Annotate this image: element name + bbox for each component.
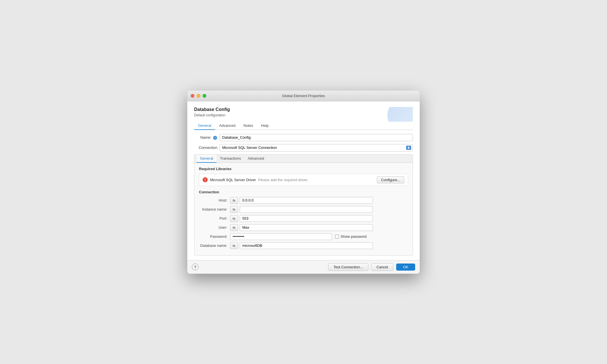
window-title: Global Element Properties	[282, 94, 325, 98]
connection-select-wrapper: Microsoft SQL Server Connection	[220, 144, 413, 151]
footer-right: Test Connection... Cancel OK	[328, 263, 415, 271]
fx-icon: fx	[233, 199, 235, 202]
password-input[interactable]	[230, 233, 332, 240]
connection-select[interactable]: Microsoft SQL Server Connection	[220, 144, 413, 151]
test-connection-button[interactable]: Test Connection...	[328, 263, 368, 271]
port-row: Port: fx	[199, 215, 408, 222]
instance-fx-button[interactable]: fx	[230, 206, 238, 213]
tab-general-outer[interactable]: General	[194, 122, 215, 130]
driver-name-text: Microsoft SQL Server Driver	[210, 178, 256, 182]
cancel-button[interactable]: Cancel	[371, 263, 393, 271]
footer-left: ?	[192, 264, 199, 270]
database-name-input[interactable]	[240, 242, 373, 249]
tab-help-outer[interactable]: Help	[257, 122, 273, 130]
dialog-subtitle: Default configuration	[194, 113, 413, 117]
user-input[interactable]	[240, 224, 373, 231]
name-label: Name: i	[194, 135, 220, 140]
instance-name-label: Instance name:	[199, 207, 230, 211]
header-area: Database Config Default configuration	[194, 107, 413, 122]
instance-name-row: Instance name: fx	[199, 206, 408, 213]
info-icon: i	[213, 136, 217, 140]
minimize-button[interactable]	[197, 94, 200, 98]
tab-advanced-outer[interactable]: Advanced	[215, 122, 239, 130]
show-password-label[interactable]: Show password	[335, 234, 367, 239]
inner-tabs: General Transactions Advanced	[194, 155, 413, 163]
help-button[interactable]: ?	[192, 264, 199, 270]
tab-general-inner[interactable]: General	[197, 155, 217, 163]
tab-transactions-inner[interactable]: Transactions	[217, 155, 244, 163]
host-input[interactable]	[240, 197, 373, 204]
database-fx-button[interactable]: fx	[230, 242, 238, 249]
inner-panel: General Transactions Advanced Required L…	[194, 154, 413, 256]
show-password-checkbox[interactable]	[335, 235, 339, 239]
titlebar: Global Element Properties	[187, 91, 420, 101]
port-fx-button[interactable]: fx	[230, 215, 238, 222]
outer-tabs: General Advanced Notes Help	[194, 122, 413, 130]
required-libraries-box: ! Microsoft SQL Server Driver Please add…	[199, 174, 408, 186]
instance-name-input[interactable]	[240, 206, 373, 213]
ok-button[interactable]: OK	[396, 264, 415, 271]
host-fx-button[interactable]: fx	[230, 197, 238, 204]
database-name-label: Database name:	[199, 243, 230, 248]
host-row: Host: fx	[199, 197, 408, 204]
window-controls	[191, 94, 206, 98]
show-password-text: Show password	[341, 234, 367, 239]
user-fx-button[interactable]: fx	[230, 224, 238, 231]
fx-icon-5: fx	[233, 244, 235, 247]
driver-hint-text: Please add the required driver.	[258, 178, 375, 182]
maximize-button[interactable]	[203, 94, 206, 98]
name-label-text: Name:	[200, 135, 211, 140]
name-input[interactable]	[220, 134, 413, 141]
user-row: User: fx	[199, 224, 408, 231]
database-name-row: Database name: fx	[199, 242, 408, 249]
tab-advanced-inner[interactable]: Advanced	[244, 155, 268, 163]
password-controls: Show password	[230, 233, 367, 240]
password-row: Password: Show password	[199, 233, 408, 240]
required-libraries-title: Required Libraries	[199, 167, 408, 171]
host-label: Host:	[199, 198, 230, 202]
error-icon: !	[203, 177, 208, 182]
name-row: Name: i	[194, 134, 413, 141]
password-label: Password:	[199, 234, 230, 239]
user-label: User:	[199, 225, 230, 230]
fx-icon-2: fx	[233, 208, 235, 211]
inner-body: Required Libraries ! Microsoft SQL Serve…	[194, 163, 413, 255]
connection-row: Connection Microsoft SQL Server Connecti…	[194, 144, 413, 151]
dialog-title: Database Config	[194, 107, 413, 112]
close-button[interactable]	[191, 94, 194, 98]
connection-label: Connection	[194, 145, 220, 150]
fx-icon-4: fx	[233, 226, 235, 229]
tab-notes-outer[interactable]: Notes	[239, 122, 257, 130]
dialog-window: Global Element Properties Database Confi…	[187, 91, 420, 274]
port-label: Port:	[199, 216, 230, 220]
header-decoration	[387, 107, 413, 122]
connection-section-title: Connection	[199, 190, 408, 194]
window-footer: ? Test Connection... Cancel OK	[187, 260, 420, 274]
port-input[interactable]	[240, 215, 373, 222]
window-body: Database Config Default configuration Ge…	[187, 101, 420, 260]
fx-icon-3: fx	[233, 217, 235, 220]
configure-button[interactable]: Configure...	[377, 176, 404, 183]
